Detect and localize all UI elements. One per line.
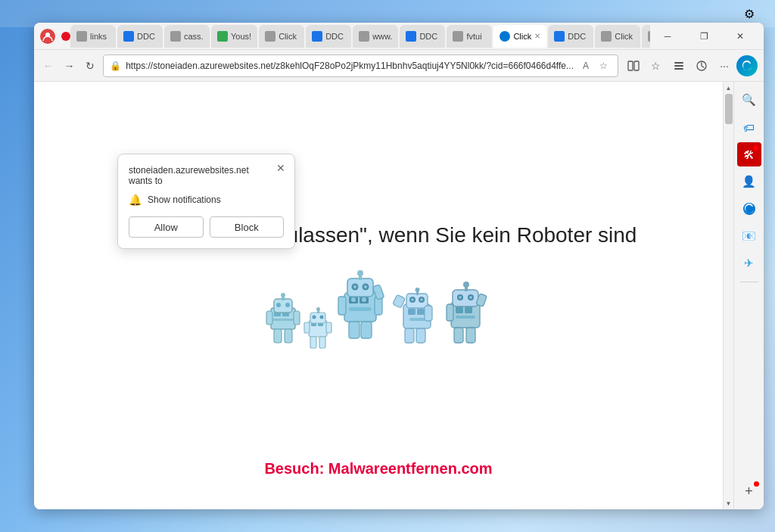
address-text: https://stoneiaden.azurewebsites.net/z8k…	[126, 61, 574, 71]
tab-favicon	[359, 31, 369, 42]
svg-rect-51	[408, 309, 416, 315]
browser-essentials-button[interactable]	[691, 55, 712, 76]
back-button[interactable]: ←	[40, 55, 57, 76]
svg-rect-54	[406, 294, 428, 308]
translate-icon[interactable]: A	[578, 58, 593, 73]
popup-title: stoneiaden.azurewebsites.net wants to	[129, 165, 284, 186]
svg-rect-64	[416, 328, 425, 343]
scroll-thumb[interactable]	[725, 94, 733, 124]
robots-illustration	[120, 270, 637, 369]
tab-fvtui[interactable]: fvtui	[447, 25, 492, 48]
tab-ddc1[interactable]: DDC	[117, 25, 163, 48]
svg-rect-18	[274, 329, 282, 343]
tab-ddc2[interactable]: DDC	[306, 25, 351, 48]
window-buttons: ─ ❐ ✕	[650, 24, 758, 48]
sidebar-telegram-icon[interactable]: ✈	[737, 251, 761, 275]
svg-point-60	[415, 288, 419, 292]
tab-favicon	[76, 31, 87, 42]
tab-www[interactable]: www.	[353, 25, 398, 48]
svg-point-57	[411, 298, 414, 301]
sidebar-user-icon[interactable]: 👤	[737, 170, 761, 194]
close-button[interactable]: ✕	[723, 24, 758, 48]
tab-label: DDC	[568, 32, 586, 41]
tab-links[interactable]: links	[70, 25, 116, 48]
tab-click3[interactable]: Click	[642, 25, 650, 48]
svg-point-73	[469, 296, 472, 299]
svg-point-24	[312, 315, 316, 319]
tab-close-icon[interactable]: ✕	[534, 32, 540, 40]
address-field[interactable]: 🔒 https://stoneiaden.azurewebsites.net/z…	[103, 54, 618, 77]
svg-point-72	[459, 296, 462, 299]
favorite-icon[interactable]: ☆	[596, 58, 612, 73]
svg-rect-17	[294, 311, 300, 325]
more-tools-button[interactable]: ···	[714, 55, 735, 76]
tab-favicon	[170, 31, 181, 42]
sidebar-add-icon[interactable]: +	[737, 479, 761, 503]
svg-rect-37	[349, 307, 372, 311]
svg-point-75	[463, 282, 469, 288]
svg-rect-2	[634, 61, 639, 70]
tab-click2[interactable]: Click	[595, 25, 640, 48]
svg-point-58	[420, 298, 423, 301]
tab-label: DDC	[419, 32, 437, 41]
restore-button[interactable]: ❐	[686, 24, 721, 48]
block-button[interactable]: Block	[210, 216, 285, 238]
tab-label: Click	[615, 32, 633, 41]
tab-favicon	[500, 31, 510, 42]
tab-click-active[interactable]: Click ✕	[493, 25, 546, 48]
svg-rect-77	[447, 304, 453, 321]
svg-rect-48	[349, 322, 359, 338]
tab-cass[interactable]: cass.	[164, 25, 210, 48]
scroll-track[interactable]	[724, 94, 734, 497]
robots-svg	[257, 270, 500, 369]
address-icons: A ☆	[578, 58, 612, 73]
svg-point-41	[353, 285, 356, 288]
sidebar-bottom: +	[737, 479, 761, 503]
tab-favicon	[123, 31, 134, 42]
lock-icon: 🔒	[110, 61, 121, 71]
svg-point-13	[285, 303, 290, 307]
svg-rect-67	[465, 306, 472, 313]
sidebar-tag-icon[interactable]: 🏷	[737, 115, 761, 139]
svg-rect-52	[417, 309, 425, 315]
taskbar-settings-icon[interactable]: ⚙	[736, 3, 763, 24]
tab-favicon	[217, 31, 228, 42]
svg-rect-66	[456, 306, 463, 313]
forward-button[interactable]: →	[61, 55, 78, 76]
svg-point-35	[351, 297, 356, 302]
svg-rect-78	[454, 328, 463, 343]
svg-rect-19	[285, 329, 292, 343]
favorites-button[interactable]: ☆	[646, 55, 667, 76]
tab-ddc3[interactable]: DDC	[400, 25, 445, 48]
tab-label: fvtui	[466, 32, 481, 41]
tab-label: links	[90, 32, 107, 41]
collections-button[interactable]	[668, 55, 689, 76]
popup-permission: 🔔 Show notifications	[129, 194, 284, 206]
sidebar-tools-icon[interactable]: 🛠	[737, 142, 761, 166]
scrollbar[interactable]: ▲ ▼	[723, 82, 733, 509]
tab-click1[interactable]: Click	[259, 25, 304, 48]
tab-label: DDC	[325, 32, 344, 41]
svg-rect-49	[361, 322, 372, 338]
sidebar-edge-icon[interactable]	[737, 197, 761, 221]
scroll-up-arrow[interactable]: ▲	[724, 82, 734, 94]
popup-buttons: Allow Block	[129, 216, 284, 238]
svg-rect-62	[425, 306, 432, 321]
svg-rect-45	[338, 297, 346, 315]
sidebar-search-icon[interactable]: 🔍	[737, 88, 761, 112]
scroll-down-arrow[interactable]: ▼	[724, 497, 734, 509]
tab-label: Click	[513, 32, 531, 41]
sidebar-outlook-icon[interactable]: 📧	[737, 224, 761, 248]
allow-button[interactable]: Allow	[129, 216, 204, 238]
profile-icon[interactable]	[40, 29, 55, 44]
tab-ddc4[interactable]: DDC	[548, 25, 593, 48]
refresh-button[interactable]: ↻	[82, 55, 98, 76]
svg-point-15	[281, 293, 285, 297]
sidebar-divider	[740, 282, 758, 282]
split-screen-button[interactable]	[623, 55, 644, 76]
svg-rect-16	[266, 311, 272, 325]
toolbar-icons: ☆ ···	[623, 55, 758, 76]
tab-yous[interactable]: Yous!	[211, 25, 257, 48]
popup-close-button[interactable]: ✕	[273, 160, 288, 176]
minimize-button[interactable]: ─	[650, 24, 685, 48]
